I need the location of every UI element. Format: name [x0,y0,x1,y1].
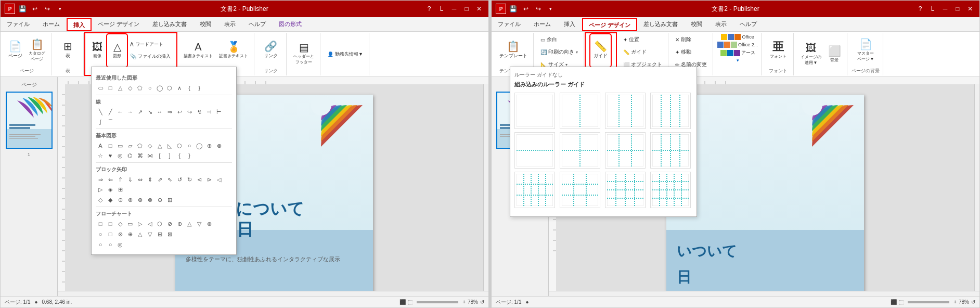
basic-circle[interactable]: ○ [185,141,194,150]
left-help-btn[interactable]: ? [424,4,434,14]
fc2-1[interactable]: ○ [96,229,105,239]
left-tab-help[interactable]: ヘルプ [242,17,273,31]
right-tab-home[interactable]: ホーム [527,17,558,31]
ba-up[interactable]: ⇑ [115,175,125,184]
right-btn-master[interactable]: 📄 マスターページ▼ [855,35,876,66]
right-minimize-btn[interactable]: ─ [940,4,950,14]
right-btn-move[interactable]: ✦ 移動 [673,46,694,58]
color-scheme-office2[interactable]: Office 2... [717,42,758,48]
fc-7[interactable]: ⬡ [155,219,164,228]
left-zoom-plus[interactable]: + [462,299,466,305]
left-btn-page[interactable]: 📄 ページ [6,35,25,66]
left-tab-view[interactable]: 表示 [218,17,242,31]
right-btn-template[interactable]: 📋 テンプレート [497,35,530,66]
left-btn-catalog[interactable]: 📋 カタログページ [26,35,48,66]
fc2-6[interactable]: ▽ [145,229,154,239]
left-tab-insert[interactable]: 挿入 [67,18,92,31]
basic-bracket-sq-l[interactable]: [ [155,151,164,160]
ba2-7[interactable]: ⊝ [155,195,164,204]
ba-down[interactable]: ⇓ [125,175,135,184]
right-btn-position[interactable]: ✦ 位置 [621,34,642,45]
fc-1[interactable]: □ [96,219,105,228]
color-scheme-office[interactable]: Office [721,34,754,40]
left-tab-format[interactable]: 図の形式 [273,17,308,31]
ba2-5[interactable]: ⊛ [135,195,145,204]
ba-cw[interactable]: ↻ [185,175,194,184]
left-btn-contactinfo[interactable]: 👤 勤務先情報▼ [325,48,366,60]
fc-12[interactable]: ⊗ [204,219,214,228]
basic-heart[interactable]: ♥ [106,151,115,160]
fc-3[interactable]: ◇ [115,219,125,228]
basic-diamond2[interactable]: ◇ [145,141,154,150]
line-wave[interactable]: ∫ [96,117,105,126]
right-close-btn[interactable]: ✕ [965,4,975,14]
line-elbow[interactable]: ↯ [195,107,204,117]
right-layout-btn2[interactable]: ⬚ [899,299,904,305]
right-btn-guide2[interactable]: 📏 ガイド [621,46,649,58]
shape-hex[interactable]: ⬡ [165,83,174,93]
ba2-4[interactable]: ⊚ [125,195,135,204]
basic-text[interactable]: A [96,141,105,150]
ba2-8[interactable]: ⊞ [165,195,174,204]
left-layout-btn2[interactable]: ⬚ [408,299,412,305]
ba-notch-l[interactable]: ⊲ [195,175,204,184]
right-layout-btn1[interactable]: ⬛ [891,299,897,305]
left-btn-drawtext[interactable]: A 描書きテキスト [181,35,215,66]
basic-triangle2[interactable]: △ [155,141,164,150]
shape-brace-l[interactable]: { [185,83,194,93]
fc2-2[interactable]: □ [106,229,115,239]
guide-item-3col-h[interactable] [650,132,691,169]
ba-ud[interactable]: ⇕ [145,175,154,184]
ba-tri-l[interactable]: ◁ [214,175,224,184]
basic-tri3[interactable]: ⌬ [125,151,135,160]
fc-6[interactable]: ◁ [145,219,154,228]
left-btn-shapes[interactable]: △ 図形 [108,35,126,66]
guide-item-center-v[interactable] [560,93,600,129]
right-redo-btn[interactable]: ↪ [533,4,544,14]
colors-dropdown-btn[interactable]: ▾ [737,58,739,63]
ba-right[interactable]: ⇒ [96,175,105,184]
ba-ul[interactable]: ⇖ [165,175,174,184]
right-btn-image-apply[interactable]: 🖼 イメージの適用▼ [798,38,824,70]
line-curve-l[interactable]: ↩ [175,107,184,117]
basic-star[interactable]: ☆ [96,151,105,160]
ba-lr[interactable]: ⇔ [135,175,145,184]
ba-notch-r[interactable]: ⊳ [204,175,214,184]
left-maximize-btn[interactable]: □ [461,4,472,14]
left-zoom-reset[interactable]: ↺ [480,299,484,305]
right-zoom-reset[interactable]: ↺ [971,299,975,305]
ba2-2[interactable]: ◆ [106,195,115,204]
ba-diamond3[interactable]: ◈ [106,185,115,194]
ba-tri-r[interactable]: ▷ [96,185,105,194]
fc-10[interactable]: △ [185,219,194,228]
shape-oval[interactable]: ◯ [155,83,164,93]
fc-9[interactable]: ⊕ [175,219,184,228]
ba-ur[interactable]: ⇗ [155,175,164,184]
line-arrow-dr[interactable]: ↘ [145,107,154,117]
right-help-btn[interactable]: ? [915,4,925,14]
fc3-3[interactable]: ◎ [115,240,125,249]
line-diag[interactable]: ╲ [96,107,105,117]
ba-grid[interactable]: ⊞ [115,185,125,194]
left-btn-certtext[interactable]: 🏅 証書きテキスト [216,35,251,66]
shape-pentagon[interactable]: ⬠ [135,83,145,93]
basic-rt-triangle[interactable]: ◺ [165,141,174,150]
right-tab-file[interactable]: ファイル [492,17,527,31]
right-tab-help[interactable]: ヘルプ [733,17,764,31]
basic-brace-l2[interactable]: { [175,151,184,160]
ba2-6[interactable]: ⊜ [145,195,154,204]
left-btn-picture[interactable]: 🖼 画像 [88,35,107,66]
left-btn-header[interactable]: ▤ ヘッダーとフッター [291,38,317,69]
left-btn-table[interactable]: ⊞ 表 [59,35,78,66]
basic-brace-r2[interactable]: } [185,151,194,160]
basic-hex2[interactable]: ⬡ [175,141,184,150]
ba-ccw[interactable]: ↺ [175,175,184,184]
right-btn-orientation[interactable]: 🔄 印刷の向き ▾ [538,46,581,58]
shape-brace-r[interactable]: } [195,83,204,93]
ba-left[interactable]: ⇐ [106,175,115,184]
basic-donut[interactable]: ◎ [115,151,125,160]
line-arrow-ur[interactable]: ↗ [135,107,145,117]
basic-bowtie[interactable]: ⋈ [145,151,154,160]
right-tab-review[interactable]: 校閲 [685,17,709,31]
left-undo-btn[interactable]: ↩ [30,4,40,14]
